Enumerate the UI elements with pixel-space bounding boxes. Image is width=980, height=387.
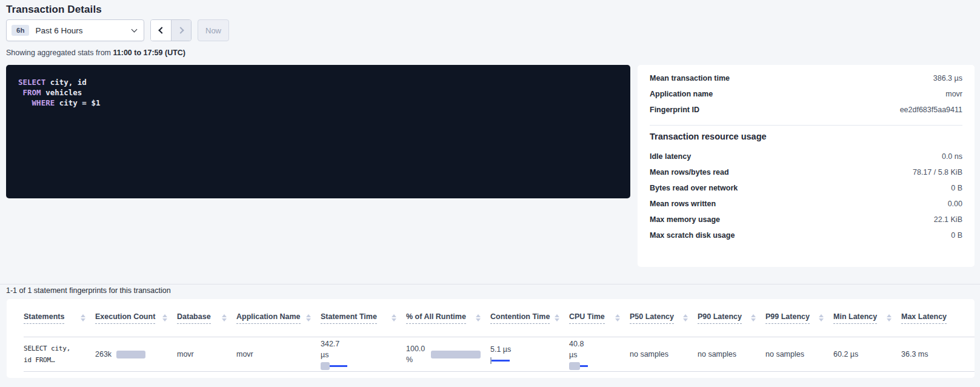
- execution-count-cell: 263k: [95, 350, 177, 358]
- statement-time-unit: µs: [321, 349, 396, 360]
- column-label: P99 Latency: [765, 312, 810, 324]
- contention-time-value: 5.1 µs: [490, 344, 559, 355]
- stat-label: Mean transaction time: [650, 74, 730, 82]
- stat-row-max-scratch-disk-usage: Max scratch disk usage 0 B: [650, 227, 962, 243]
- column-header-statement-time[interactable]: Statement Time: [321, 312, 406, 324]
- column-header-p90-latency[interactable]: P90 Latency: [698, 312, 765, 324]
- caption-range: 11:00 to 17:59 (UTC): [113, 49, 185, 57]
- sort-icon[interactable]: [887, 314, 892, 321]
- cpu-time-cell: 40.8 µs: [569, 338, 630, 370]
- database-cell: movr: [177, 350, 236, 358]
- stat-label: Idle latency: [650, 152, 691, 161]
- sort-icon[interactable]: [751, 314, 756, 321]
- column-label: CPU Time: [569, 312, 605, 324]
- stat-value: 0.0 ns: [942, 152, 962, 161]
- next-time-button[interactable]: [171, 20, 191, 41]
- column-header-application-name[interactable]: Application Name: [236, 312, 321, 324]
- stat-value: 22.1 KiB: [934, 215, 962, 224]
- contention-time-cell: 5.1 µs: [490, 344, 569, 365]
- column-header-p50-latency[interactable]: P50 Latency: [630, 312, 698, 324]
- sql-indent: [18, 98, 32, 107]
- contention-time-bar: [490, 357, 559, 365]
- stat-row-bytes-read-over-network: Bytes read over network 0 B: [650, 180, 962, 196]
- stat-label: Mean rows/bytes read: [650, 168, 729, 177]
- sql-query-box: SELECT city, id FROM vehicles WHERE city…: [6, 65, 630, 198]
- stats-divider: [650, 125, 962, 126]
- stat-value: 386.3 µs: [933, 74, 962, 82]
- statements-table: Statements Execution Count Database Appl…: [7, 299, 975, 378]
- caption-prefix: Showing aggregated stats from: [6, 49, 113, 57]
- column-label: P90 Latency: [698, 312, 742, 324]
- sql-keyword: FROM: [23, 88, 41, 97]
- chevron-down-icon: [132, 26, 138, 32]
- sort-icon[interactable]: [615, 314, 620, 321]
- chevron-left-icon: [158, 27, 165, 33]
- sort-icon[interactable]: [306, 314, 311, 321]
- cpu-time-unit: µs: [569, 349, 620, 360]
- sort-icon[interactable]: [555, 314, 559, 321]
- sql-keyword: SELECT: [18, 78, 45, 87]
- sort-icon[interactable]: [819, 314, 824, 321]
- column-label: Database: [177, 312, 211, 324]
- column-label: Execution Count: [95, 312, 155, 324]
- sql-indent: [18, 88, 23, 97]
- sql-keyword: WHERE: [32, 98, 55, 107]
- stat-label: Mean rows written: [650, 200, 716, 208]
- stat-value: movr: [945, 90, 962, 98]
- stat-label: Max scratch disk usage: [650, 231, 735, 240]
- sql-line: WHERE city = $1: [18, 98, 618, 108]
- column-header-runtime-pct[interactable]: % of All Runtime: [406, 312, 490, 324]
- sql-text: vehicles: [41, 88, 82, 97]
- chevron-right-icon: [177, 27, 184, 33]
- stat-value: ee2df683f5aa9411: [900, 106, 962, 114]
- sort-icon[interactable]: [476, 314, 481, 321]
- cpu-time-bar: [569, 362, 620, 370]
- column-header-max-latency[interactable]: Max Latency: [901, 312, 975, 324]
- transaction-details-page: Transaction Details 6h Past 6 Hours Now …: [0, 0, 980, 387]
- prev-time-button[interactable]: [151, 20, 171, 41]
- column-label: Statement Time: [321, 312, 377, 324]
- column-header-p99-latency[interactable]: P99 Latency: [765, 312, 833, 324]
- stat-row-mean-rows-bytes-read: Mean rows/bytes read 78.17 / 5.8 KiB: [650, 164, 962, 180]
- sort-icon[interactable]: [162, 314, 167, 321]
- sort-icon[interactable]: [392, 314, 396, 321]
- sort-icon[interactable]: [222, 314, 227, 321]
- column-label: % of All Runtime: [406, 312, 466, 324]
- execution-count-bar: [116, 351, 145, 358]
- runtime-pct-cell: 100.0 %: [406, 343, 490, 365]
- stat-row-fingerprint-id: Fingerprint ID ee2df683f5aa9411: [650, 102, 962, 118]
- time-range-badge: 6h: [12, 25, 29, 36]
- statement-text-line: id FROM…: [24, 354, 85, 366]
- column-header-min-latency[interactable]: Min Latency: [833, 312, 901, 324]
- stat-label: Application name: [650, 90, 713, 98]
- section-divider: [0, 284, 980, 284]
- aggregated-stats-caption: Showing aggregated stats from 11:00 to 1…: [6, 49, 185, 57]
- stat-label: Fingerprint ID: [650, 106, 699, 114]
- sort-icon[interactable]: [683, 314, 688, 321]
- now-button[interactable]: Now: [198, 19, 229, 41]
- stat-label: Bytes read over network: [650, 184, 738, 192]
- max-latency-cell: 36.3 ms: [901, 350, 975, 358]
- stat-row-mean-rows-written: Mean rows written 0.00: [650, 196, 962, 212]
- column-header-statements[interactable]: Statements: [24, 312, 95, 324]
- p99-latency-cell: no samples: [765, 350, 833, 358]
- sql-line: FROM vehicles: [18, 87, 618, 98]
- stat-label: Max memory usage: [650, 215, 720, 224]
- statement-link[interactable]: SELECT city, id FROM…: [24, 343, 95, 366]
- time-range-select[interactable]: 6h Past 6 Hours: [6, 19, 144, 41]
- column-header-contention-time[interactable]: Contention Time: [490, 312, 569, 324]
- statement-time-cell: 342.7 µs: [321, 338, 406, 370]
- column-header-cpu-time[interactable]: CPU Time: [569, 312, 630, 324]
- column-header-execution-count[interactable]: Execution Count: [95, 312, 177, 324]
- application-name-cell: movr: [236, 350, 321, 358]
- stat-row-idle-latency: Idle latency 0.0 ns: [650, 149, 962, 164]
- sort-icon[interactable]: [81, 314, 85, 321]
- runtime-pct-unit: %: [406, 354, 425, 365]
- runtime-pct-bar: [431, 351, 481, 358]
- page-title: Transaction Details: [6, 4, 102, 16]
- column-label: Contention Time: [490, 312, 550, 324]
- transaction-stats-panel: Mean transaction time 386.3 µs Applicati…: [638, 65, 975, 267]
- p90-latency-cell: no samples: [698, 350, 765, 358]
- column-header-database[interactable]: Database: [177, 312, 236, 324]
- execution-count-value: 263k: [95, 350, 112, 358]
